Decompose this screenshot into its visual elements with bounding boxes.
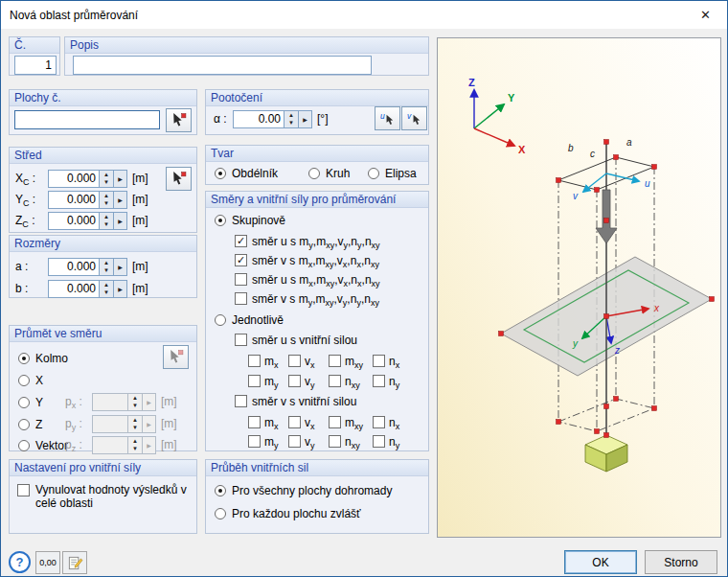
checkbox-u-my[interactable] <box>248 375 261 387</box>
surfaces-input[interactable] <box>14 110 160 129</box>
checkbox-v-my[interactable] <box>248 435 261 448</box>
projection-option-perpendicular[interactable]: Kolmo <box>18 351 68 365</box>
radio-grouped[interactable] <box>215 215 226 226</box>
expand-icon[interactable]: ▶ <box>114 212 127 230</box>
checkbox-grouped-2[interactable]: ✓ <box>235 254 247 266</box>
spin-up-icon[interactable]: ▲ <box>100 281 113 289</box>
center-x-value[interactable]: 0.000 <box>48 170 100 188</box>
pick-projection-button[interactable] <box>163 345 189 369</box>
pick-rotation-u-button[interactable]: u <box>375 106 400 130</box>
spin-down-icon[interactable]: ▼ <box>100 266 113 275</box>
checkbox-u-mxy[interactable] <box>329 355 341 367</box>
spin-up-icon[interactable]: ▲ <box>100 192 113 200</box>
projection-option-y[interactable]: Y <box>18 395 43 409</box>
grouped-option-2[interactable]: ✓ směr v s mx,mxy,vx,nx,nxy <box>235 253 379 267</box>
reset-values-option[interactable]: Vynulovat hodnoty výsledků v celé oblast… <box>17 483 191 510</box>
spin-down-icon[interactable]: ▼ <box>100 178 113 187</box>
checkbox-u-mx[interactable] <box>248 355 261 367</box>
force-vx[interactable]: vx <box>288 355 329 368</box>
directions-option-grouped[interactable]: Skupinově <box>215 213 285 227</box>
expand-icon[interactable]: ▶ <box>114 280 127 298</box>
checkbox-u-vx[interactable] <box>288 355 301 367</box>
center-z-spinner[interactable]: 0.000 ▲▼ ▶ <box>48 212 127 230</box>
ok-button[interactable]: OK <box>564 550 637 574</box>
force-ny[interactable]: ny <box>373 435 411 449</box>
edit-comment-button[interactable] <box>62 551 87 574</box>
radio-perpendicular[interactable] <box>18 353 30 364</box>
alpha-spinner[interactable]: 0.00 ▲ ▼ ▶ <box>233 110 312 128</box>
center-z-stepper[interactable]: ▲▼ <box>100 212 114 230</box>
pick-rotation-v-button[interactable]: v <box>401 106 427 130</box>
radio-all-surfaces[interactable] <box>215 485 226 496</box>
radio-rectangle[interactable] <box>215 168 226 179</box>
alpha-stepper[interactable]: ▲ ▼ <box>284 110 299 128</box>
force-nx[interactable]: nx <box>373 416 411 429</box>
dim-a-spinner[interactable]: 0.000 ▲▼ ▶ <box>48 258 127 276</box>
spin-down-icon[interactable]: ▼ <box>284 119 298 127</box>
radio-proj-y[interactable] <box>18 397 30 408</box>
number-input[interactable] <box>14 56 57 75</box>
center-x-spinner[interactable]: 0.000 ▲▼ ▶ <box>48 170 127 188</box>
radio-ellipse[interactable] <box>368 168 379 179</box>
checkbox-grouped-1[interactable]: ✓ <box>235 235 247 247</box>
projection-option-vector[interactable]: Vektor <box>18 438 68 452</box>
radio-proj-z[interactable] <box>18 419 30 430</box>
checkbox-grouped-3[interactable] <box>235 273 247 286</box>
force-nx[interactable]: nx <box>373 355 411 368</box>
expand-icon[interactable]: ▶ <box>114 258 127 276</box>
spin-up-icon[interactable]: ▲ <box>100 259 113 267</box>
radio-proj-vector[interactable] <box>18 440 30 451</box>
spin-up-icon[interactable]: ▲ <box>284 111 298 120</box>
force-mxy[interactable]: mxy <box>329 355 373 368</box>
pick-surfaces-button[interactable] <box>166 108 192 132</box>
titlebar[interactable]: Nová oblast průměrování ✕ <box>1 1 727 29</box>
dim-b-value[interactable]: 0.000 <box>48 280 100 298</box>
radio-proj-x[interactable] <box>18 375 30 386</box>
pick-center-button[interactable] <box>166 167 192 191</box>
checkbox-reset-values[interactable] <box>17 484 30 496</box>
dim-b-spinner[interactable]: 0.000 ▲▼ ▶ <box>48 280 127 298</box>
expand-icon[interactable]: ▶ <box>114 191 127 209</box>
checkbox-grouped-4[interactable] <box>235 292 247 305</box>
distribution-option-all[interactable]: Pro všechny plochy dohromady <box>215 483 392 497</box>
checkbox-v-nx[interactable] <box>373 416 385 428</box>
force-nxy[interactable]: nxy <box>329 375 373 388</box>
individual-u-section[interactable]: směr u s vnitřní silou <box>235 333 357 347</box>
spin-up-icon[interactable]: ▲ <box>100 171 113 179</box>
checkbox-u-vy[interactable] <box>288 375 301 387</box>
grouped-option-3[interactable]: směr u s mx,mxy,vx,nx,nxy <box>235 272 380 287</box>
directions-option-individual[interactable]: Jednotlivě <box>215 312 284 327</box>
grouped-option-1[interactable]: ✓ směr u s my,mxy,vy,ny,nxy <box>235 234 380 248</box>
cancel-button[interactable]: Storno <box>645 550 717 574</box>
dim-a-value[interactable]: 0.000 <box>48 258 100 276</box>
description-input[interactable] <box>73 56 372 75</box>
help-button[interactable]: ? <box>9 551 31 573</box>
projection-option-x[interactable]: X <box>18 373 43 387</box>
radio-individual[interactable] <box>215 314 226 326</box>
spin-up-icon[interactable]: ▲ <box>100 213 113 221</box>
force-mx[interactable]: mx <box>248 355 288 368</box>
model-viewport[interactable]: Z Y X x y z <box>437 37 721 538</box>
dim-a-stepper[interactable]: ▲▼ <box>100 258 114 276</box>
checkbox-u-ny[interactable] <box>373 375 385 387</box>
checkbox-individual-v[interactable] <box>235 395 247 407</box>
individual-v-section[interactable]: směr v s vnitřní silou <box>235 394 356 408</box>
close-button[interactable]: ✕ <box>684 1 727 29</box>
checkbox-u-nxy[interactable] <box>329 375 341 387</box>
alpha-value[interactable]: 0.00 <box>233 110 284 128</box>
checkbox-v-mx[interactable] <box>248 416 261 428</box>
force-my[interactable]: my <box>248 375 288 388</box>
center-z-value[interactable]: 0.000 <box>48 212 100 230</box>
decimal-places-button[interactable]: 0,00 <box>35 551 60 574</box>
shape-option-ellipse[interactable]: Elipsa <box>368 166 417 180</box>
center-x-stepper[interactable]: ▲▼ <box>100 170 114 188</box>
expand-icon[interactable]: ▶ <box>114 170 127 188</box>
projection-option-z[interactable]: Z <box>18 417 42 431</box>
force-mx[interactable]: mx <box>248 416 288 429</box>
force-vy[interactable]: vy <box>288 435 329 449</box>
shape-option-rectangle[interactable]: Obdélník <box>215 166 278 180</box>
center-y-stepper[interactable]: ▲▼ <box>100 191 114 209</box>
checkbox-individual-u[interactable] <box>235 334 247 346</box>
force-vy[interactable]: vy <box>288 375 329 388</box>
center-y-spinner[interactable]: 0.000 ▲▼ ▶ <box>48 191 127 209</box>
